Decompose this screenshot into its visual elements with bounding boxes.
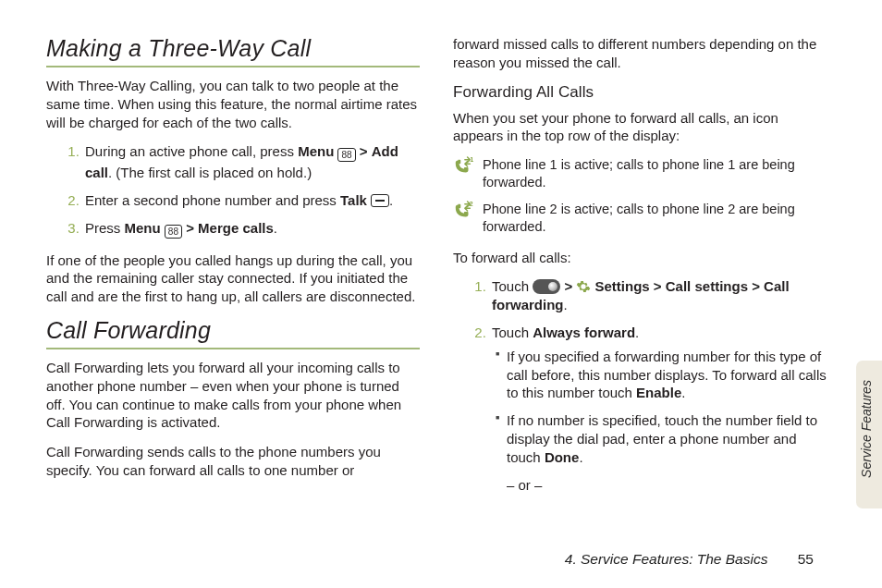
enable-label: Enable — [636, 385, 681, 400]
gt-icon: > — [752, 278, 760, 294]
done-label: Done — [545, 449, 580, 465]
fwd-line1-text: Phone line 1 is active; calls to phone l… — [483, 156, 827, 191]
text: Touch — [492, 278, 533, 294]
fwd-line2-row: 2 Phone line 2 is active; calls to phone… — [453, 201, 827, 236]
step-1: During an active phone call, press Menu … — [83, 142, 420, 182]
left-column: Making a Three-Way Call With Three-Way C… — [46, 35, 420, 505]
rule — [46, 348, 420, 349]
menu-key-icon: 88 — [337, 145, 355, 164]
text: Enter a second phone number and press — [85, 192, 340, 208]
para: Call Forwarding sends calls to the phone… — [46, 443, 420, 480]
gt-icon: > — [564, 278, 572, 294]
page-body: Making a Three-Way Call With Three-Way C… — [0, 0, 882, 505]
bullet-done: If no number is specified, touch the num… — [496, 411, 827, 466]
fwd-line2-text: Phone line 2 is active; calls to phone l… — [483, 201, 827, 236]
para: Call Forwarding lets you forward all you… — [46, 359, 420, 432]
call-settings-label: Call settings — [666, 278, 748, 294]
always-forward-label: Always forward — [533, 325, 635, 340]
subhead-fwd-all: Forwarding All Calls — [453, 83, 827, 102]
text: . — [635, 325, 639, 340]
text: . — [681, 385, 685, 400]
rule — [46, 66, 420, 67]
text: Touch — [492, 325, 533, 340]
para: With Three-Way Calling, you can talk to … — [46, 77, 420, 131]
gt-icon: > — [186, 220, 194, 236]
step-3: Press Menu 88 > Merge calls. — [83, 219, 420, 240]
heading-call-fwd: Call Forwarding — [46, 317, 420, 344]
settings-gear-icon — [576, 279, 591, 294]
step-2: Enter a second phone number and press Ta… — [83, 191, 420, 210]
footer-chapter: 4. Service Features: The Basics — [565, 551, 768, 567]
para: If one of the people you called hangs up… — [46, 251, 420, 306]
menu-label: Menu — [298, 143, 334, 159]
page-footer: 4. Service Features: The Basics 55 — [565, 551, 814, 568]
para: forward missed calls to different number… — [453, 35, 827, 72]
merge-calls-label: Merge calls — [198, 220, 274, 236]
menu-label: Menu — [125, 220, 161, 236]
step-1: Touch > Settings > Call settings > Call … — [490, 277, 827, 314]
text: . (The first call is placed on hold.) — [108, 165, 312, 180]
steps-fwd-all: Touch > Settings > Call settings > Call … — [453, 277, 827, 494]
para: When you set your phone to forward all c… — [453, 109, 827, 146]
talk-key-icon — [371, 194, 389, 207]
gt-icon: > — [360, 143, 368, 159]
footer-page-number: 55 — [798, 551, 814, 567]
svg-text:1: 1 — [470, 156, 473, 164]
fwd-line1-row: 1 Phone line 1 is active; calls to phone… — [453, 156, 827, 191]
forward-line2-icon: 2 — [453, 201, 473, 221]
forward-line1-icon: 1 — [453, 156, 473, 177]
text: . — [389, 192, 393, 208]
text: . — [274, 220, 277, 236]
heading-three-way: Making a Three-Way Call — [46, 35, 420, 62]
fwd-icon-list: 1 Phone line 1 is active; calls to phone… — [453, 156, 827, 235]
text: . — [579, 449, 582, 465]
svg-text:2: 2 — [469, 201, 472, 208]
text: . — [564, 297, 568, 312]
sub-bullets: If you specified a forwarding number for… — [492, 348, 827, 467]
bullet-enable: If you specified a forwarding number for… — [496, 348, 827, 402]
text: Press — [85, 220, 125, 236]
para: To forward all calls: — [453, 249, 827, 267]
side-tab-label: Service Features — [859, 369, 874, 489]
text: During an active phone call, press — [85, 143, 298, 159]
gt-icon: > — [654, 278, 662, 294]
talk-label: Talk — [340, 192, 367, 208]
home-pill-icon — [533, 279, 560, 294]
menu-key-icon: 88 — [165, 222, 182, 240]
settings-label: Settings — [594, 278, 649, 294]
or-divider: – or – — [492, 476, 827, 495]
step-2: Touch Always forward. If you specified a… — [490, 324, 827, 494]
right-column: forward missed calls to different number… — [453, 35, 827, 505]
steps-three-way: During an active phone call, press Menu … — [46, 142, 420, 239]
